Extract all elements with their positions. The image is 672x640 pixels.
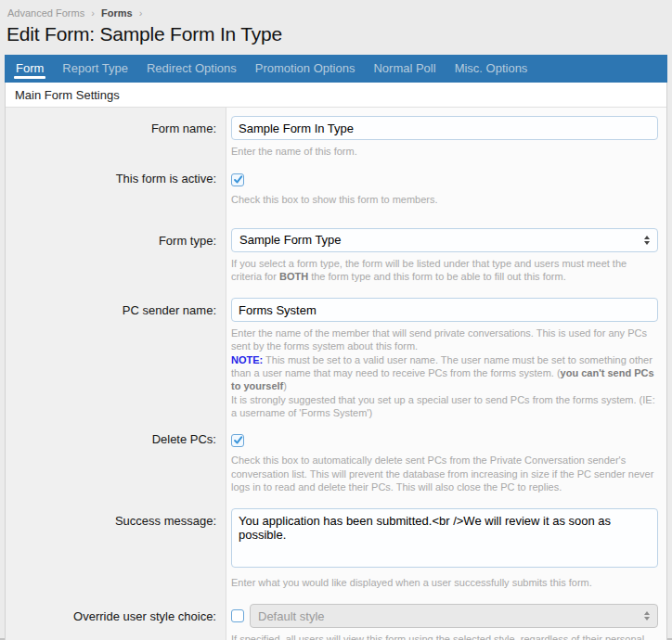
pc-sender-hint: Enter the name of the member that will s…	[231, 326, 658, 419]
check-icon	[233, 435, 243, 445]
override-style-select[interactable]: Default style	[250, 604, 658, 628]
page-title: Edit Form: Sample Form In Type	[0, 19, 672, 55]
success-message-textarea[interactable]: You application has been submitted.<br /…	[231, 508, 658, 568]
delete-pcs-hint: Check this box to automatically delete s…	[231, 454, 658, 493]
form-active-label: This form is active:	[6, 163, 226, 216]
tab-form[interactable]: Form	[6, 55, 53, 83]
delete-pcs-label: Delete PCs:	[6, 427, 226, 503]
pc-sender-label: PC sender name:	[6, 292, 226, 427]
tab-report-type[interactable]: Report Type	[53, 55, 137, 83]
breadcrumb-separator: ›	[87, 7, 98, 19]
success-message-row: Success message: You application has bee…	[6, 503, 666, 596]
delete-pcs-checkbox[interactable]	[231, 434, 244, 447]
override-style-checkbox[interactable]	[231, 609, 244, 622]
breadcrumb-link-forms[interactable]: Forms	[101, 7, 133, 19]
breadcrumb-link-advanced-forms[interactable]: Advanced Forms	[7, 7, 84, 19]
tab-label: Promotion Options	[255, 59, 355, 78]
breadcrumb-separator: ›	[136, 7, 147, 19]
form-type-row: Form type: Sample Form Type If you selec…	[6, 217, 666, 293]
override-style-label: Override user style choice:	[6, 596, 226, 640]
form-name-hint: Enter the name of this form.	[231, 145, 658, 158]
note-label: NOTE:	[231, 354, 263, 365]
select-arrows-icon	[644, 611, 650, 621]
form-type-hint: If you select a form type, the form will…	[231, 257, 658, 284]
form-name-input[interactable]	[231, 116, 658, 140]
tab-label: Normal Poll	[373, 59, 435, 78]
override-style-row: Override user style choice: Default styl…	[6, 596, 666, 640]
select-arrows-icon	[644, 236, 650, 245]
tab-label: Misc. Options	[455, 59, 528, 78]
tab-promotion-options[interactable]: Promotion Options	[246, 55, 365, 83]
override-style-selected-value: Default style	[258, 609, 325, 623]
form-active-checkbox[interactable]	[231, 173, 244, 186]
form-name-label: Form name:	[6, 108, 226, 163]
form-type-selected-value: Sample Form Type	[239, 233, 342, 247]
form-active-row: This form is active: Check this box to s…	[6, 163, 666, 216]
tab-bar: Form Report Type Redirect Options Promot…	[5, 55, 667, 83]
tab-misc-options[interactable]: Misc. Options	[446, 55, 537, 83]
pc-sender-input[interactable]	[231, 298, 658, 322]
form-name-row: Form name: Enter the name of this form.	[6, 108, 666, 163]
success-message-label: Success message:	[6, 503, 226, 596]
admin-page: Advanced Forms › Forms › Edit Form: Samp…	[0, 0, 672, 640]
tab-redirect-options[interactable]: Redirect Options	[137, 55, 246, 83]
delete-pcs-row: Delete PCs: Check this box to automatica…	[6, 427, 666, 503]
tab-label: Redirect Options	[147, 59, 237, 78]
form-type-select[interactable]: Sample Form Type	[231, 228, 658, 252]
breadcrumb: Advanced Forms › Forms ›	[0, 0, 672, 19]
tab-normal-poll[interactable]: Normal Poll	[364, 55, 445, 83]
check-icon	[233, 174, 243, 185]
success-message-hint: Enter what you would like displayed when…	[231, 576, 658, 589]
override-style-hint: If specified, all users will view this f…	[231, 633, 658, 640]
form-type-label: Form type:	[6, 217, 226, 293]
tab-label: Report Type	[62, 59, 128, 78]
form-active-hint: Check this box to show this form to memb…	[231, 193, 658, 206]
tab-label: Form	[16, 59, 44, 78]
pc-sender-row: PC sender name: Enter the name of the me…	[6, 292, 666, 427]
section-header-main-form-settings: Main Form Settings	[6, 83, 666, 108]
